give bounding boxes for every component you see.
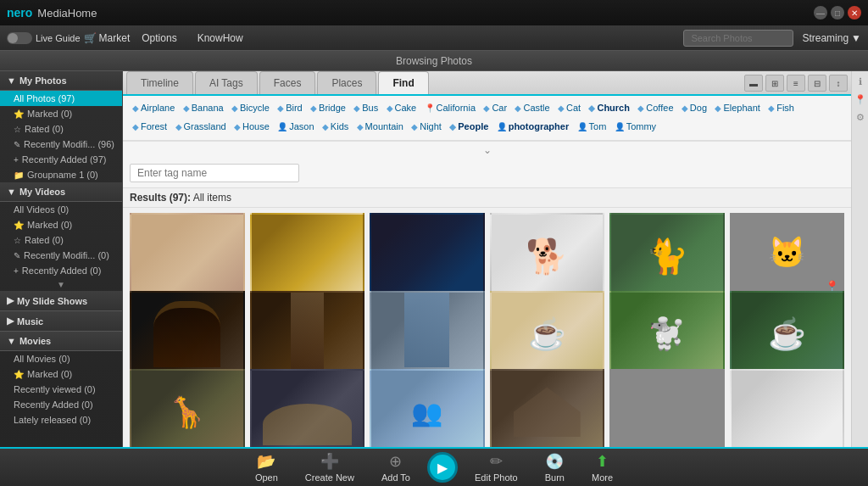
sidebar-item-videos-modified[interactable]: ✎ Recently Modifi... (0) (0, 248, 122, 263)
photo-thumb[interactable]: 🐩 (609, 291, 725, 377)
tag-bridge[interactable]: ◆ Bridge (310, 100, 346, 117)
sidebar-item-marked-photos[interactable]: ⭐ Marked (0) (0, 106, 122, 121)
photo-thumb[interactable]: ☕ (730, 291, 845, 377)
photo-thumb[interactable]: 👥 (370, 369, 485, 447)
toolbar-slider-icon[interactable]: ▬ (744, 75, 763, 92)
tag-banana[interactable]: ◆ Banana (183, 100, 224, 117)
sidebar-section-movies[interactable]: ▼ Movies (0, 332, 122, 351)
photo-thumb[interactable]: 🐱 📍 (730, 213, 845, 299)
tag-castle[interactable]: ◆ Castle (515, 100, 549, 117)
tag-bird[interactable]: ◆ Bird (277, 100, 303, 117)
streaming-button[interactable]: Streaming ▼ (802, 32, 861, 44)
sidebar-item-marked-videos[interactable]: ⭐ Marked (0) (0, 217, 122, 232)
toolbar-view-icon2[interactable]: ≡ (787, 75, 805, 92)
more-button[interactable]: ⬆ More (581, 449, 623, 486)
sidebar-item-marked-movies[interactable]: ⭐ Marked (0) (0, 366, 122, 382)
sidebar-item-recently-modified[interactable]: ✎ Recently Modifi... (96) (0, 137, 122, 152)
sidebar-item-rated-videos[interactable]: ☆ Rated (0) (0, 232, 122, 248)
tag-bus[interactable]: ◆ Bus (353, 100, 378, 117)
tab-faces[interactable]: Faces (259, 71, 316, 94)
maximize-button[interactable]: □ (831, 6, 844, 20)
tag-car[interactable]: ◆ Car (483, 100, 507, 117)
search-input[interactable] (683, 30, 793, 47)
tag-bicycle[interactable]: ◆ Bicycle (231, 100, 270, 117)
add-to-button[interactable]: ⊕ Add To (371, 449, 420, 486)
section-arrow: ▼ (7, 75, 16, 86)
photo-thumb[interactable] (730, 369, 845, 447)
market-button[interactable]: 🛒 Market (84, 32, 131, 44)
sidebar-item-recently-viewed[interactable]: Recently viewed (0) (0, 382, 122, 397)
tag-people[interactable]: ◆ People (449, 119, 488, 136)
sidebar-item-lately-released[interactable]: Lately released (0) (0, 412, 122, 427)
tag-night[interactable]: ◆ Night (411, 119, 442, 136)
tab-places[interactable]: Places (317, 71, 376, 94)
photo-thumb[interactable]: 🐕 (490, 213, 605, 299)
tag-jason[interactable]: 👤 Jason (277, 119, 314, 136)
location-icon[interactable]: 📍 (853, 92, 868, 107)
open-button[interactable]: 📂 Open (245, 449, 288, 486)
sidebar-item-all-movies[interactable]: All Movies (0) (0, 351, 122, 366)
toolbar-sort-icon[interactable]: ↕ (829, 75, 848, 92)
options-menu[interactable]: Options (133, 29, 185, 47)
sidebar-scroll-down[interactable]: ▼ (0, 278, 122, 291)
tag-cake[interactable]: ◆ Cake (387, 100, 417, 117)
tag-house[interactable]: ◆ House (234, 119, 270, 136)
close-button[interactable]: ✕ (848, 6, 861, 20)
photo-thumb[interactable] (370, 291, 485, 377)
tag-photographer[interactable]: 👤 photographer (497, 119, 570, 136)
photo-thumb[interactable]: ☕ (490, 291, 605, 377)
knowhow-menu[interactable]: KnowHow (189, 29, 252, 47)
photo-thumb[interactable] (490, 369, 605, 447)
sidebar-item-rated-photos[interactable]: ☆ Rated (0) (0, 121, 122, 137)
photo-thumb[interactable] (250, 291, 365, 377)
sidebar-item-all-videos[interactable]: All Videos (0) (0, 202, 122, 217)
burn-button[interactable]: 💿 Burn (535, 449, 575, 486)
tab-timeline[interactable]: Timeline (126, 71, 193, 94)
tag-church[interactable]: ◆ Church (588, 100, 630, 117)
sidebar-section-my-videos[interactable]: ▼ My Videos (0, 182, 122, 202)
tags-expand-button[interactable]: ⌄ (123, 141, 851, 159)
tab-find[interactable]: Find (378, 71, 428, 94)
sidebar-item-all-photos[interactable]: All Photos (97) (0, 91, 122, 106)
tag-airplane[interactable]: ◆ Airplane (132, 100, 175, 117)
sidebar-section-music[interactable]: ▶ Music (0, 311, 122, 332)
photo-thumb[interactable] (370, 213, 485, 299)
tag-kids[interactable]: ◆ Kids (322, 119, 348, 136)
photo-thumb[interactable]: 🦒 (130, 369, 245, 447)
minimize-button[interactable]: — (814, 6, 827, 20)
sidebar-section-my-photos[interactable]: ▼ My Photos (0, 71, 122, 91)
live-guide-switch[interactable] (7, 32, 32, 44)
tag-name-input[interactable] (130, 164, 299, 182)
live-guide-toggle[interactable]: Live Guide (7, 32, 81, 44)
toolbar-view-icon3[interactable]: ⊟ (808, 75, 826, 92)
tag-forest[interactable]: ◆ Forest (132, 119, 167, 136)
photo-thumb[interactable] (130, 291, 245, 377)
tag-california[interactable]: 📍 California (425, 100, 476, 117)
tag-tom[interactable]: 👤 Tom (577, 119, 607, 136)
tag-coffee[interactable]: ◆ Coffee (637, 100, 673, 117)
tag-grassland[interactable]: ◆ Grassland (175, 119, 226, 136)
tag-elephant[interactable]: ◆ Elephant (715, 100, 760, 117)
sidebar-item-videos-added[interactable]: + Recently Added (0) (0, 263, 122, 278)
create-new-button[interactable]: ➕ Create New (295, 449, 364, 486)
tag-mountain[interactable]: ◆ Mountain (357, 119, 403, 136)
photo-thumb[interactable]: 🐈 (609, 213, 725, 299)
tag-cat[interactable]: ◆ Cat (558, 100, 581, 117)
tag-dog[interactable]: ◆ Dog (682, 100, 707, 117)
toolbar-view-icon1[interactable]: ⊞ (765, 75, 784, 92)
sidebar-section-slideshows[interactable]: ▶ My Slide Shows (0, 291, 122, 311)
edit-photo-button[interactable]: ✏ Edit Photo (465, 449, 528, 486)
tab-ai-tags[interactable]: AI Tags (195, 71, 258, 94)
info-icon[interactable]: ℹ (857, 75, 864, 89)
tag-fish[interactable]: ◆ Fish (768, 100, 794, 117)
settings-icon[interactable]: ⚙ (854, 110, 866, 125)
photo-thumb[interactable] (609, 369, 725, 447)
tag-tommy[interactable]: 👤 Tommy (615, 119, 656, 136)
photo-thumb[interactable] (130, 213, 245, 299)
play-button[interactable]: ▶ (427, 452, 458, 483)
sidebar-item-recently-added-movies[interactable]: Recently Added (0) (0, 397, 122, 412)
photo-thumb[interactable] (250, 369, 365, 447)
sidebar-item-recently-added-photos[interactable]: + Recently Added (97) (0, 152, 122, 167)
sidebar-item-groupname1[interactable]: 📁 Groupname 1 (0) (0, 167, 122, 182)
photo-thumb[interactable] (250, 213, 365, 299)
